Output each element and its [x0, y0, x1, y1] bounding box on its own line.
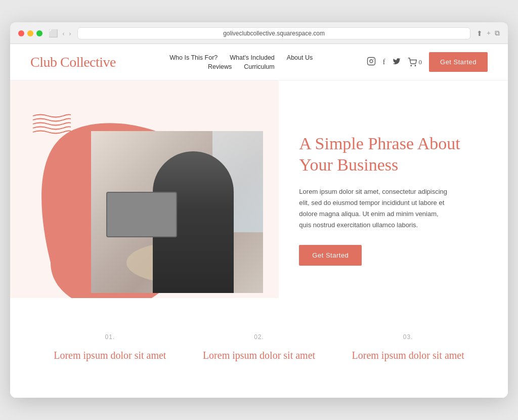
site-logo[interactable]: Club Collective — [30, 54, 116, 70]
hero-photo-bg — [91, 131, 263, 293]
sidebar-toggle-icon[interactable]: ⬜ — [49, 29, 58, 38]
hero-left — [10, 80, 279, 298]
nav-reviews[interactable]: Reviews — [208, 63, 232, 70]
browser-chrome: ⬜ ‹ › goliveclubcollective.squarespace.c… — [10, 22, 508, 44]
site-header: Club Collective Who Is This For? What's … — [10, 44, 508, 80]
close-button[interactable] — [18, 30, 24, 36]
feature-number-1: 01. — [51, 333, 169, 341]
header-right: f 0 Get Started — [367, 52, 488, 72]
maximize-button[interactable] — [36, 30, 42, 36]
hero-right: A Simple Phrase About Your Business Lore… — [279, 80, 508, 298]
browser-controls: ⬜ ‹ › — [49, 29, 71, 38]
feature-number-2: 02. — [200, 333, 319, 341]
duplicate-icon[interactable]: ⧉ — [495, 29, 500, 38]
header-get-started-button[interactable]: Get Started — [429, 52, 488, 72]
features-section: 01. Lorem ipsum dolor sit amet 02. Lorem… — [10, 298, 508, 398]
svg-point-2 — [373, 59, 374, 60]
nav-row-2: Reviews Curriculum — [208, 63, 275, 70]
svg-point-1 — [370, 60, 373, 63]
hero-headline: A Simple Phrase About Your Business — [299, 133, 483, 176]
feature-item-3: 03. Lorem ipsum dolor sit amet — [338, 323, 478, 372]
new-tab-icon[interactable]: + — [487, 29, 491, 38]
minimize-button[interactable] — [27, 30, 33, 36]
hero-body-text: Lorem ipsum dolor sit amet, consectetur … — [299, 186, 451, 231]
browser-window: ⬜ ‹ › goliveclubcollective.squarespace.c… — [10, 22, 508, 398]
feature-number-3: 03. — [349, 333, 467, 341]
svg-point-3 — [411, 65, 412, 66]
address-bar[interactable]: goliveclubcollective.squarespace.com — [77, 27, 470, 39]
website: Club Collective Who Is This For? What's … — [10, 44, 508, 398]
svg-point-4 — [415, 65, 416, 66]
photo-laptop — [106, 192, 177, 237]
twitter-icon[interactable] — [393, 57, 401, 67]
nav-row-1: Who Is This For? What's Included About U… — [169, 54, 313, 61]
feature-item-1: 01. Lorem ipsum dolor sit amet — [40, 323, 180, 372]
nav-curriculum[interactable]: Curriculum — [244, 63, 274, 70]
hero-get-started-button[interactable]: Get Started — [299, 245, 362, 266]
facebook-icon[interactable]: f — [383, 58, 385, 66]
feature-title-3: Lorem ipsum dolor sit amet — [349, 349, 467, 362]
nav-whats-included[interactable]: What's Included — [230, 54, 275, 61]
nav-who-is-this-for[interactable]: Who Is This For? — [169, 54, 218, 61]
feature-item-2: 02. Lorem ipsum dolor sit amet — [190, 323, 329, 372]
feature-title-2: Lorem ipsum dolor sit amet — [200, 349, 319, 362]
feature-title-1: Lorem ipsum dolor sit amet — [51, 349, 169, 362]
traffic-lights — [18, 30, 42, 36]
forward-icon[interactable]: › — [69, 29, 71, 38]
cart-area[interactable]: 0 — [408, 58, 422, 67]
back-icon[interactable]: ‹ — [62, 29, 65, 38]
svg-rect-0 — [367, 57, 375, 65]
hero-image — [91, 131, 263, 293]
browser-actions: ⬆ + ⧉ — [477, 29, 500, 38]
nav-about-us[interactable]: About Us — [287, 54, 313, 61]
cart-count: 0 — [419, 58, 422, 66]
share-icon[interactable]: ⬆ — [477, 29, 483, 38]
instagram-icon[interactable] — [367, 57, 376, 68]
hero-section: A Simple Phrase About Your Business Lore… — [10, 80, 508, 298]
main-nav: Who Is This For? What's Included About U… — [116, 54, 366, 70]
